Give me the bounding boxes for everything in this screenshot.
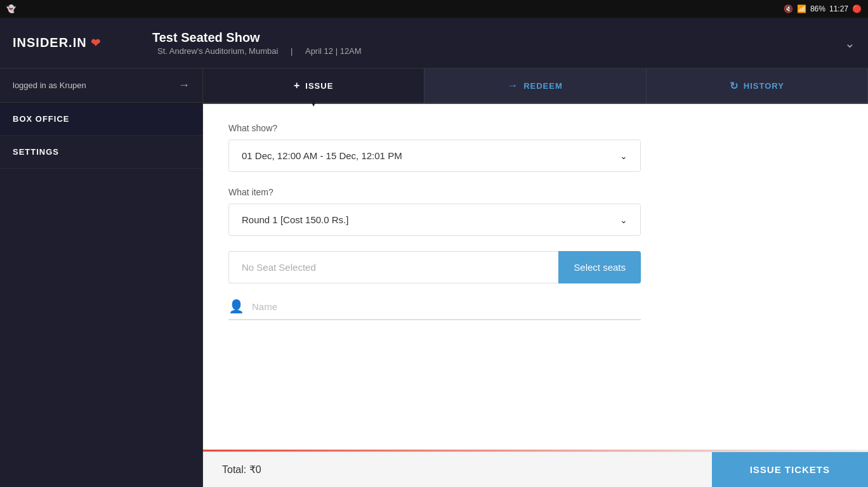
main-layout: logged in as Krupen → BOX OFFICE SETTING…	[0, 68, 868, 487]
logout-icon[interactable]: →	[178, 79, 190, 92]
arrow-right-icon: →	[508, 80, 518, 91]
app-header: INSIDER.IN ❤ Test Seated Show St. Andrew…	[0, 18, 868, 68]
item-dropdown-value: Round 1 [Cost 150.0 Rs.]	[242, 214, 348, 225]
show-venue: St. Andrew's Auditorium, Mumbai	[157, 46, 278, 56]
logo-text: INSIDER.IN	[13, 36, 87, 50]
person-icon: 👤	[228, 299, 244, 314]
show-dropdown-value: 01 Dec, 12:00 AM - 15 Dec, 12:01 PM	[242, 150, 402, 161]
mute-icon: 🔇	[784, 4, 793, 13]
tab-redeem-label: REDEEM	[523, 81, 563, 91]
item-chevron-icon: ⌄	[620, 215, 628, 225]
item-dropdown[interactable]: Round 1 [Cost 150.0 Rs.] ⌄	[228, 204, 641, 236]
total-label: Total: ₹0	[222, 464, 261, 476]
clock: 11:27	[829, 4, 848, 13]
status-bar-left: 👻	[6, 4, 16, 13]
show-dropdown[interactable]: 01 Dec, 12:00 AM - 15 Dec, 12:01 PM ⌄	[228, 140, 641, 172]
battery-level: 86%	[810, 4, 825, 13]
sidebar: logged in as Krupen → BOX OFFICE SETTING…	[0, 68, 203, 487]
show-info: Test Seated Show St. Andrew's Auditorium…	[140, 30, 845, 56]
user-bar: logged in as Krupen →	[0, 68, 202, 103]
wifi-icon: 📶	[797, 4, 806, 13]
alarm-icon: 🔴	[852, 4, 862, 13]
tab-history-label: HISTORY	[744, 81, 784, 91]
show-title: Test Seated Show	[152, 30, 845, 45]
content-area: + ISSUE → REDEEM ↻ HISTORY What show? 01…	[203, 68, 868, 487]
select-seats-button[interactable]: Select seats	[558, 251, 641, 283]
plus-icon: +	[294, 80, 300, 91]
form-area: What show? 01 Dec, 12:00 AM - 15 Dec, 12…	[203, 104, 868, 450]
name-row: 👤	[228, 299, 641, 320]
item-question-label: What item?	[228, 187, 843, 197]
logo-heart: ❤	[91, 36, 101, 50]
show-date: April 12 | 12AM	[305, 46, 362, 56]
tab-issue-label: ISSUE	[305, 81, 333, 91]
logo: INSIDER.IN ❤	[13, 36, 140, 50]
chevron-down-icon[interactable]: ⌄	[845, 36, 855, 51]
issue-tickets-button[interactable]: ISSUE TICKETS	[712, 452, 868, 487]
refresh-icon: ↻	[730, 80, 739, 92]
total-section: Total: ₹0	[203, 452, 712, 487]
name-input[interactable]	[252, 301, 641, 312]
no-seat-display: No Seat Selected	[228, 251, 558, 283]
tab-redeem[interactable]: → REDEEM	[424, 68, 646, 103]
show-meta: St. Andrew's Auditorium, Mumbai | April …	[152, 46, 845, 56]
status-bar: 👻 🔇 📶 86% 11:27 🔴	[0, 0, 868, 18]
show-question-label: What show?	[228, 123, 843, 133]
show-chevron-icon: ⌄	[620, 151, 628, 161]
tab-issue[interactable]: + ISSUE	[203, 68, 424, 103]
status-bar-right: 🔇 📶 86% 11:27 🔴	[784, 4, 862, 13]
tab-history[interactable]: ↻ HISTORY	[647, 68, 868, 103]
no-seat-text: No Seat Selected	[242, 262, 316, 273]
seat-row: No Seat Selected Select seats	[228, 251, 641, 283]
user-label: logged in as Krupen	[13, 81, 86, 90]
sidebar-item-settings[interactable]: SETTINGS	[0, 136, 202, 169]
nav-label-settings: SETTINGS	[13, 147, 59, 157]
nav-label-box-office: BOX OFFICE	[13, 114, 69, 124]
tabs: + ISSUE → REDEEM ↻ HISTORY	[203, 68, 868, 104]
sidebar-item-box-office[interactable]: BOX OFFICE	[0, 103, 202, 136]
bottom-bar: Total: ₹0 ISSUE TICKETS	[203, 451, 868, 487]
separator: |	[291, 46, 295, 56]
ghost-icon: 👻	[6, 4, 16, 13]
